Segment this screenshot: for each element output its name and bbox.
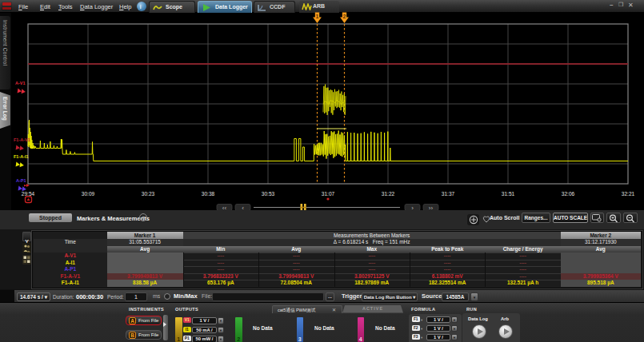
- svg-text:F1-A-I1: F1-A-I1: [14, 154, 29, 159]
- svg-text:››: ››: [429, 205, 434, 211]
- svg-text:30:38: 30:38: [202, 191, 215, 197]
- svg-text:31:37: 31:37: [442, 191, 455, 197]
- svg-text:‹: ‹: [242, 205, 244, 211]
- svg-text:‹‹: ‹‹: [222, 205, 227, 211]
- svg-text:31:51: 31:51: [502, 191, 515, 197]
- svg-text:29:54: 29:54: [22, 191, 35, 197]
- svg-text:32:06: 32:06: [562, 191, 575, 197]
- svg-text:30:09: 30:09: [82, 191, 95, 197]
- svg-text:›: ›: [411, 205, 414, 211]
- svg-text:31:07: 31:07: [322, 191, 335, 197]
- svg-text:2: 2: [343, 14, 346, 19]
- svg-text:A-P1: A-P1: [16, 178, 26, 183]
- svg-text:31:22: 31:22: [382, 191, 395, 197]
- svg-text:F1-A-V1: F1-A-V1: [14, 137, 30, 142]
- svg-text:30:23: 30:23: [142, 191, 155, 197]
- svg-text:30:53: 30:53: [262, 191, 275, 197]
- svg-text:A-V1: A-V1: [15, 81, 26, 86]
- svg-text:32:21: 32:21: [622, 191, 635, 197]
- svg-text:1: 1: [316, 14, 319, 19]
